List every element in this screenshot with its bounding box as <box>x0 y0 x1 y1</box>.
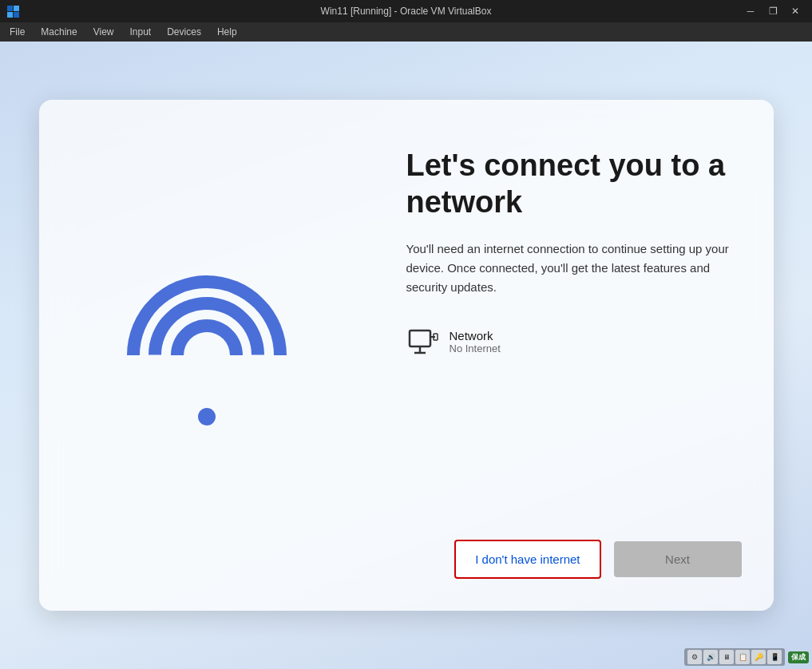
wifi-dot <box>198 408 216 426</box>
network-sub-status: No Internet <box>450 342 501 354</box>
svg-rect-3 <box>14 12 19 18</box>
setup-title: Let's connect you to a network <box>406 148 742 220</box>
next-button[interactable]: Next <box>614 541 742 577</box>
svg-rect-4 <box>410 331 430 346</box>
title-bar-left <box>6 5 19 18</box>
svg-rect-2 <box>7 12 13 18</box>
window-title: Win11 [Running] - Oracle VM VirtualBox <box>321 6 492 17</box>
network-name: Network <box>450 329 501 342</box>
setup-card: Let's connect you to a network You'll ne… <box>39 100 774 611</box>
right-panel: Let's connect you to a network You'll ne… <box>374 100 774 611</box>
menu-machine[interactable]: Machine <box>34 25 83 39</box>
svg-rect-1 <box>14 6 19 11</box>
taskbar-icon-2: 🔊 <box>703 650 718 664</box>
no-internet-button[interactable]: I don't have internet <box>454 540 600 579</box>
taskbar-icon-1: ⚙ <box>687 650 702 664</box>
setup-title-line1: Let's connect you to a <box>406 148 726 182</box>
window-controls: ─ ❐ ✕ <box>740 3 806 19</box>
minimize-button[interactable]: ─ <box>740 3 761 19</box>
taskbar-icon-6: 📱 <box>767 650 782 664</box>
restore-button[interactable]: ❐ <box>762 3 783 19</box>
menu-devices[interactable]: Devices <box>160 25 208 39</box>
svg-rect-0 <box>7 6 13 11</box>
setup-content: Let's connect you to a network You'll ne… <box>406 148 742 524</box>
watermark-badge: 保成 <box>788 651 809 663</box>
menu-input[interactable]: Input <box>124 25 158 39</box>
watermark: ⚙ 🔊 🖥 📋 🔑 📱 保成 <box>684 648 809 666</box>
taskbar-icon-4: 📋 <box>735 650 750 664</box>
wifi-illustration <box>127 275 287 435</box>
network-info: Network No Internet <box>450 329 501 354</box>
taskbar-icon-5: 🔑 <box>751 650 766 664</box>
menu-view[interactable]: View <box>87 25 121 39</box>
menu-help[interactable]: Help <box>211 25 244 39</box>
button-row: I don't have internet Next <box>406 540 742 579</box>
close-button[interactable]: ✕ <box>785 3 806 19</box>
taskbar-icon-3: 🖥 <box>719 650 734 664</box>
network-status: Network No Internet <box>406 326 742 358</box>
taskbar-icons: ⚙ 🔊 🖥 📋 🔑 📱 <box>684 648 785 666</box>
left-panel <box>39 100 374 611</box>
menu-file[interactable]: File <box>3 25 31 39</box>
setup-title-line2: network <box>406 185 523 219</box>
app-icon <box>6 5 19 18</box>
setup-description: You'll need an internet connection to co… <box>406 239 742 297</box>
title-bar: Win11 [Running] - Oracle VM VirtualBox ─… <box>0 0 812 22</box>
menu-bar: File Machine View Input Devices Help <box>0 22 812 42</box>
vm-screen: Let's connect you to a network You'll ne… <box>0 42 812 669</box>
svg-rect-8 <box>434 334 438 340</box>
network-icon <box>406 326 438 358</box>
